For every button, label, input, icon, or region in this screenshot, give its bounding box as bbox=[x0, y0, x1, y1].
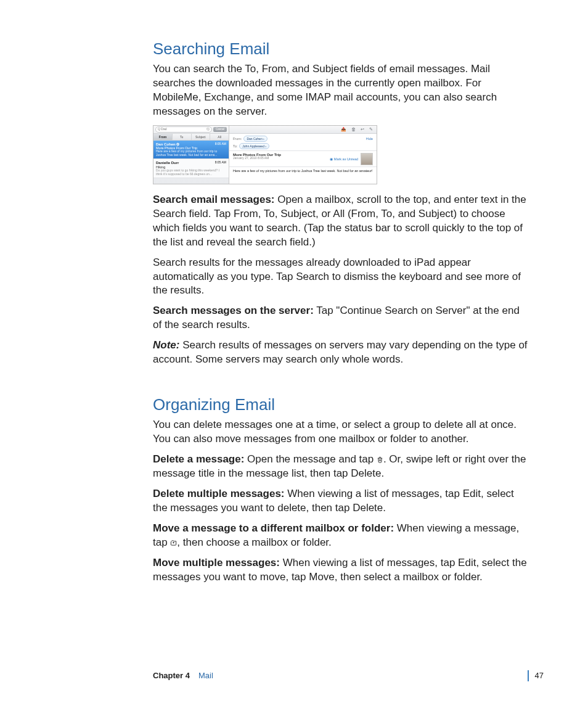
search-field-mock: Q Dad ⓧ bbox=[155, 126, 212, 133]
mail-search-screenshot: Q Dad ⓧ Cancel From To Subject All Dan C… bbox=[153, 125, 377, 184]
page-footer: Chapter 4 Mail 47 bbox=[153, 670, 544, 681]
paragraph-search-server: Search messages on the server: Tap "Cont… bbox=[153, 304, 529, 332]
avatar bbox=[361, 153, 373, 165]
paragraph-note: Note: Search results of messages on serv… bbox=[153, 339, 529, 367]
move-folder-icon bbox=[170, 540, 177, 546]
page-number: 47 bbox=[528, 670, 544, 681]
chapter-label: Chapter 4 bbox=[153, 670, 190, 681]
reply-icon: ↩ bbox=[361, 127, 364, 132]
intro-paragraph-1: You can search the To, From, and Subject… bbox=[153, 62, 529, 119]
heading-searching-email: Searching Email bbox=[153, 38, 529, 60]
chapter-name: Mail bbox=[198, 670, 213, 681]
mail-list-item: Danielle Durr8:05 AM Hiking Do you guys … bbox=[153, 159, 229, 178]
scope-segment-mock: From To Subject All bbox=[153, 134, 229, 141]
paragraph-search-email: Search email messages: Open a mailbox, s… bbox=[153, 193, 529, 250]
paragraph-move-multiple: Move multiple messages: When viewing a l… bbox=[153, 556, 529, 585]
heading-organizing-email: Organizing Email bbox=[153, 394, 529, 416]
paragraph-move-message: Move a message to a different mailbox or… bbox=[153, 522, 529, 550]
mail-list-item-selected: Dan Cohen ✿8:05 AM More Photos From Our … bbox=[153, 141, 229, 160]
move-icon: 📥 bbox=[341, 127, 346, 132]
intro-paragraph-2: You can delete messages one at a time, o… bbox=[153, 418, 529, 446]
cancel-button-mock: Cancel bbox=[213, 127, 227, 132]
trash-icon: 🗑 bbox=[351, 127, 356, 132]
paragraph-results: Search results for the messages already … bbox=[153, 256, 529, 298]
trash-icon bbox=[377, 456, 383, 463]
paragraph-delete-message: Delete a message: Open the message and t… bbox=[153, 453, 529, 481]
paragraph-delete-multiple: Delete multiple messages: When viewing a… bbox=[153, 487, 529, 515]
compose-icon: ✎ bbox=[369, 127, 373, 132]
